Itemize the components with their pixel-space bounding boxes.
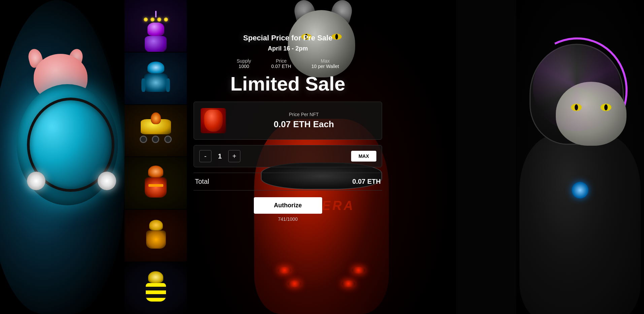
nft-price-info: Price Per NFT 0.07 ETH Each	[233, 112, 375, 130]
quantity-minus-button[interactable]: -	[199, 150, 211, 162]
max-stat: Max 10 per Wallet	[311, 58, 339, 69]
thumbnail-1[interactable]	[125, 0, 187, 52]
orb-light-right	[98, 172, 116, 190]
max-button[interactable]: MAX	[351, 151, 376, 162]
total-row: Total 0.07 ETH	[194, 173, 382, 190]
orange-mech-char	[142, 166, 169, 201]
price-value: 0.07 ETH	[271, 64, 291, 69]
mech-light-1	[278, 267, 291, 274]
yellow-rover-char	[137, 119, 174, 143]
max-label: Max	[311, 58, 339, 64]
nft-thumbnail	[201, 108, 226, 133]
left-character-area	[0, 0, 125, 314]
sale-date: April 16 - 2pm	[194, 45, 382, 52]
dark-mech-torso	[519, 135, 641, 314]
mech-light-2	[288, 280, 301, 287]
orange-mech-char-2	[144, 220, 168, 252]
mech-light-3	[352, 267, 365, 274]
nft-thumb-inner	[204, 110, 223, 132]
ui-panel: Special Price for Pre Sale April 16 - 2p…	[187, 34, 389, 222]
bee-mech-char	[142, 271, 169, 305]
left-character	[7, 34, 121, 289]
dark-mech-orb	[572, 182, 588, 199]
supply-value: 1000	[237, 64, 251, 69]
quantity-input[interactable]	[211, 152, 228, 160]
supply-stat: Supply 1000	[237, 58, 251, 69]
mech-light-4	[342, 280, 355, 287]
price-per-nft-value: 0.07 ETH Each	[274, 119, 334, 129]
thumbnail-5[interactable]	[125, 210, 187, 261]
price-label: Price	[271, 58, 291, 64]
total-value: 0.07 ETH	[352, 178, 381, 185]
thumbnail-3[interactable]	[125, 105, 187, 157]
teal-orb-body	[17, 84, 118, 205]
authorize-button[interactable]: Authorize	[254, 197, 322, 214]
sale-stats: Supply 1000 Price 0.07 ETH Max 10 per Wa…	[194, 58, 382, 69]
supply-label: Supply	[237, 58, 251, 64]
right-character	[516, 17, 644, 313]
orb-light-left	[27, 172, 45, 190]
thumbnail-2[interactable]	[125, 53, 187, 104]
thumbnail-6[interactable]	[125, 262, 187, 314]
purple-robot-char	[142, 11, 169, 41]
price-per-nft-label: Price Per NFT	[233, 112, 375, 117]
nft-price-box: Price Per NFT 0.07 ETH Each	[194, 102, 382, 140]
price-stat: Price 0.07 ETH	[271, 58, 291, 69]
thumbnail-4[interactable]	[125, 157, 187, 209]
limited-sale-heading: Limited Sale	[194, 72, 382, 95]
supply-progress: 741/1000	[278, 216, 298, 222]
max-value: 10 per Wallet	[311, 64, 339, 69]
sale-title: Special Price for Pre Sale	[194, 34, 382, 42]
quantity-row: - + MAX	[194, 145, 382, 167]
thumbnail-strip	[125, 0, 187, 314]
authorize-area: Authorize 741/1000	[194, 197, 382, 222]
helmet-visor-reflection	[533, 44, 620, 131]
blue-mech-char	[141, 62, 170, 95]
quantity-plus-button[interactable]: +	[228, 150, 240, 162]
right-character-area	[516, 0, 644, 314]
total-label: Total	[195, 178, 209, 185]
